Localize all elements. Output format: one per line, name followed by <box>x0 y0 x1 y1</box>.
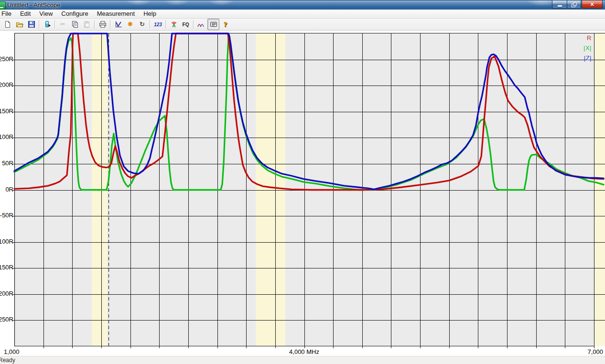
chart-axes-icon <box>115 21 122 28</box>
y-axis-label: 200R <box>0 81 13 88</box>
menu-item-edit[interactable]: Edit <box>16 10 35 18</box>
connect-analyzer-button[interactable] <box>41 19 53 30</box>
y-axis-label: 100R <box>0 133 13 140</box>
printer-icon <box>99 21 107 28</box>
legend-entry-x: |X| <box>550 43 592 53</box>
new-file-button[interactable] <box>1 19 13 30</box>
refresh-icon: ↻ <box>140 21 145 28</box>
toolbar-separator <box>39 20 40 29</box>
cut-icon: ✂ <box>60 21 65 28</box>
save-button[interactable] <box>25 19 37 30</box>
toolbar-separator <box>193 20 194 29</box>
y-axis-label: -100R <box>0 238 13 245</box>
y-axis-label: -150R <box>0 264 13 271</box>
legend-entry-z: |Z| <box>550 53 592 63</box>
y-axis-label: 50R <box>0 160 13 167</box>
y-axis-label: 0R <box>0 186 13 193</box>
restore-button[interactable] <box>567 0 581 9</box>
minimize-icon <box>558 5 562 7</box>
chart-mode-button[interactable] <box>112 19 124 30</box>
menu-bar: FileEditViewConfigureMeasurementHelp <box>0 10 605 19</box>
refresh-button[interactable]: ↻ <box>136 19 148 30</box>
report-list-button[interactable] <box>207 19 219 30</box>
close-icon: × <box>590 1 594 8</box>
open-folder-icon <box>16 21 23 28</box>
x-axis-label: 4,000 MHz <box>289 348 319 355</box>
menu-item-configure[interactable]: Configure <box>57 10 92 18</box>
title-bar[interactable]: Untitled - AntScope × <box>0 0 605 10</box>
y-axis-label: 150R <box>0 107 13 115</box>
cut-button[interactable]: ✂ <box>57 19 69 30</box>
new-file-icon <box>4 21 11 28</box>
status-text: Ready <box>0 357 15 364</box>
copy-icon <box>71 21 79 28</box>
app-icon <box>0 1 6 10</box>
impedance-chart[interactable] <box>0 32 605 349</box>
toolbar-separator <box>110 20 111 29</box>
menu-item-file[interactable]: File <box>0 10 16 18</box>
help-button[interactable]: ? <box>219 19 231 30</box>
menu-item-view[interactable]: View <box>35 10 57 18</box>
restore-icon <box>572 2 576 7</box>
toolbar-separator <box>150 20 151 29</box>
menu-item-help[interactable]: Help <box>139 10 161 18</box>
numeric-values-button[interactable]: 123 <box>152 19 164 30</box>
numeric-123-icon: 123 <box>154 22 162 27</box>
paste-clipboard-icon <box>83 21 91 28</box>
x-axis-label: 1,000 <box>4 348 20 355</box>
help-question-icon: ? <box>223 21 227 28</box>
toolbar: ✂ ✸ ↻ 123 FQ ? <box>0 19 605 31</box>
open-file-button[interactable] <box>13 19 25 30</box>
antenna-icon <box>170 21 178 28</box>
y-axis-label: 250R <box>0 55 13 63</box>
y-axis-label: -200R <box>0 290 13 297</box>
fq-label-icon: FQ <box>183 22 189 27</box>
minimize-button[interactable] <box>552 0 567 9</box>
window-controls: × <box>552 0 603 9</box>
curves-icon <box>197 21 206 28</box>
print-button[interactable] <box>97 19 108 30</box>
analyzer-device-icon <box>43 21 51 28</box>
antenna-button[interactable] <box>168 19 180 30</box>
legend-entry-r: R <box>550 33 592 43</box>
band-highlight <box>256 33 285 346</box>
status-bar: Ready <box>0 356 605 364</box>
band-highlight <box>594 33 605 346</box>
window-title: Untitled - AntScope <box>7 1 60 9</box>
chart-legend: R|X||Z| <box>550 33 592 63</box>
save-floppy-icon <box>28 21 35 28</box>
menu-items: FileEditViewConfigureMeasurementHelp <box>0 10 161 18</box>
y-axis-label: -50R <box>0 212 13 219</box>
x-axis-label: 7,000 <box>587 348 603 355</box>
toolbar-separator <box>54 20 55 29</box>
list-icon <box>210 21 217 28</box>
y-axis-label: -250R <box>0 316 13 323</box>
toolbar-separator <box>165 20 166 29</box>
curves-view-button[interactable] <box>195 19 207 30</box>
paste-button[interactable] <box>81 19 93 30</box>
star-burst-icon: ✸ <box>128 21 133 28</box>
menu-item-measurement[interactable]: Measurement <box>93 10 139 18</box>
close-button[interactable]: × <box>582 0 603 9</box>
frequency-settings-button[interactable]: FQ <box>180 19 192 30</box>
toolbar-separator <box>94 20 95 29</box>
new-scan-button[interactable]: ✸ <box>124 19 136 30</box>
copy-button[interactable] <box>69 19 81 30</box>
